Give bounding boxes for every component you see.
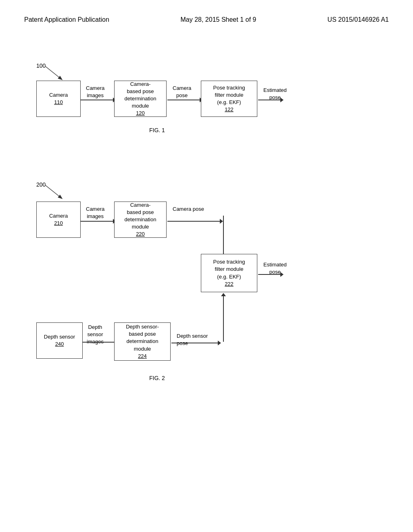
- fig2-dsbpd-box: Depth sensor- based pose determination m…: [114, 322, 171, 361]
- fig1-ptfm-box: Pose tracking filter module (e.g. EKF) 1…: [201, 81, 257, 117]
- fig2-arrow5: [83, 340, 117, 345]
- header-center: May 28, 2015 Sheet 1 of 9: [180, 16, 256, 23]
- fig2-arrow2: [167, 219, 223, 224]
- fig1-arrow2: [167, 98, 203, 102]
- fig1-arrow1: [81, 98, 116, 102]
- fig1-cbpd-box: Camera- based pose determination module …: [114, 81, 167, 117]
- svg-line-2: [46, 185, 62, 198]
- fig1-camera-box: Camera 110: [36, 81, 81, 117]
- fig2-arrow7: [221, 293, 226, 342]
- page-header: Patent Application Publication May 28, 2…: [24, 16, 389, 23]
- fig2-arrow6: [171, 341, 221, 345]
- fig2-arrow1: [81, 219, 116, 224]
- fig2-ref-arrow: [44, 181, 68, 202]
- fig2-arrow3: [221, 216, 226, 257]
- fig1-camera-pose-label: Camera pose: [173, 85, 191, 99]
- fig1-ref-arrow: [44, 62, 68, 83]
- fig2-depth-sensor-box: Depth sensor 240: [36, 322, 83, 359]
- fig1-camera-images-label: Camera images: [86, 85, 104, 99]
- fig2-arrow4: [258, 272, 284, 277]
- fig2-cbpd-box: Camera- based pose determination module …: [114, 202, 167, 238]
- fig2-camera-pose-label: Camera pose: [173, 206, 204, 213]
- fig2-label: FIG. 2: [149, 375, 165, 381]
- fig2-camera-images-label: Camera images: [86, 206, 104, 220]
- header-left: Patent Application Publication: [24, 16, 109, 23]
- fig1-arrow3: [258, 98, 284, 102]
- fig1-label: FIG. 1: [149, 127, 165, 133]
- fig2-ptfm-box: Pose tracking filter module (e.g. EKF) 2…: [201, 254, 257, 292]
- fig2-camera-box: Camera 210: [36, 202, 81, 238]
- svg-line-0: [46, 66, 62, 79]
- header-right: US 2015/0146926 A1: [327, 16, 389, 23]
